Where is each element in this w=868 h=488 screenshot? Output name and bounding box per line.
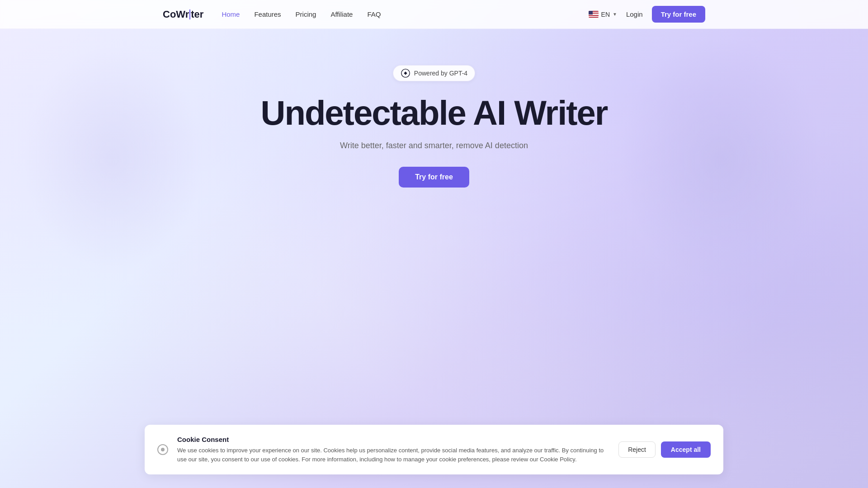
language-label: EN bbox=[601, 11, 610, 18]
cookie-info-icon bbox=[157, 444, 168, 455]
nav-link-features[interactable]: Features bbox=[254, 10, 281, 18]
logo-text-part1: CoWr bbox=[163, 9, 189, 20]
cookie-icon-dot bbox=[161, 448, 165, 451]
powered-badge: Powered by GPT-4 bbox=[393, 65, 475, 81]
nav-link-home[interactable]: Home bbox=[222, 10, 240, 18]
openai-icon bbox=[401, 68, 410, 78]
cookie-actions: Reject Accept all bbox=[618, 441, 711, 458]
hero-title: Undetectable AI Writer bbox=[261, 94, 608, 132]
logo-text-part2: ter bbox=[191, 9, 203, 20]
nav-link-faq[interactable]: FAQ bbox=[367, 10, 381, 18]
navbar: CoWr ter Home Features Pricing Affiliate… bbox=[0, 0, 868, 29]
nav-link-affiliate[interactable]: Affiliate bbox=[330, 10, 353, 18]
nav-item-affiliate[interactable]: Affiliate bbox=[330, 10, 353, 19]
logo-cursor-icon bbox=[189, 9, 190, 19]
nav-links: Home Features Pricing Affiliate FAQ bbox=[222, 10, 381, 19]
reject-button[interactable]: Reject bbox=[618, 441, 656, 458]
nav-item-features[interactable]: Features bbox=[254, 10, 281, 19]
nav-item-home[interactable]: Home bbox=[222, 10, 240, 19]
nav-item-faq[interactable]: FAQ bbox=[367, 10, 381, 19]
language-selector[interactable]: EN ▼ bbox=[589, 11, 617, 18]
nav-right: EN ▼ Login Try for free bbox=[589, 6, 705, 23]
accept-all-button[interactable]: Accept all bbox=[661, 441, 711, 458]
try-free-nav-button[interactable]: Try for free bbox=[652, 6, 705, 23]
cookie-content: Cookie Consent We use cookies to improve… bbox=[177, 436, 609, 464]
nav-item-pricing[interactable]: Pricing bbox=[296, 10, 316, 19]
hero-section: Powered by GPT-4 Undetectable AI Writer … bbox=[0, 29, 868, 188]
flag-icon bbox=[589, 11, 599, 18]
nav-link-pricing[interactable]: Pricing bbox=[296, 10, 316, 18]
cookie-banner: Cookie Consent We use cookies to improve… bbox=[145, 425, 723, 474]
cookie-title: Cookie Consent bbox=[177, 436, 609, 443]
nav-left: CoWr ter Home Features Pricing Affiliate… bbox=[163, 9, 381, 20]
login-button[interactable]: Login bbox=[626, 10, 643, 18]
try-free-hero-button[interactable]: Try for free bbox=[399, 167, 469, 188]
logo[interactable]: CoWr ter bbox=[163, 9, 203, 20]
cookie-text: We use cookies to improve your experienc… bbox=[177, 446, 609, 464]
hero-subtitle: Write better, faster and smarter, remove… bbox=[340, 141, 528, 150]
badge-text: Powered by GPT-4 bbox=[414, 70, 467, 77]
chevron-down-icon: ▼ bbox=[613, 12, 617, 17]
